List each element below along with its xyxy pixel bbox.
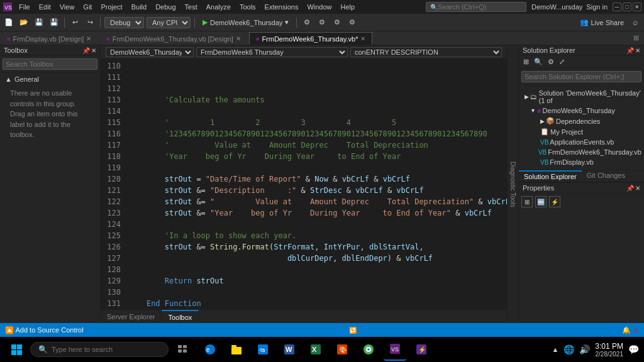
taskbar-up-arrow[interactable]: ▲ [552,346,558,353]
taskbar-word-icon[interactable]: W [278,338,301,361]
svg-rect-4 [11,350,16,355]
live-share-button[interactable]: 👥 Live Share [580,18,624,26]
menu-build[interactable]: Build [128,2,150,12]
sol-item-frmdemo[interactable]: VB FrmDemoWeek6_Thursday.vb [519,147,644,157]
title-search-box[interactable]: 🔍 [426,2,526,12]
menu-project[interactable]: Project [97,2,126,12]
sign-in-button[interactable]: Sign in [586,3,608,11]
toolbar-btn-1[interactable]: ⚙ [301,16,313,29]
title-search-input[interactable] [438,3,513,11]
props-alpha-icon[interactable]: 🔤 [535,196,547,207]
debug-dropdown[interactable]: Debug [104,17,144,28]
tab-frmdemo-design[interactable]: ■ FrmDemoWeek6_Thursday.vb [Design] ✕ [99,32,248,45]
tab-server-explorer[interactable]: Server Explorer [101,310,162,323]
taskbar-app-icons: e 🛍 W X 🎨 VS ⚡ [199,338,433,361]
sol-item-appevents[interactable]: VB ApplicationEvents.vb [519,137,644,147]
sol-item-dependencies[interactable]: ▶ 📦 Dependencies [519,116,644,126]
source-control-button[interactable]: 🔼 Add to Source Control [5,326,84,334]
start-button[interactable] [5,338,28,361]
taskbar-notification-icon[interactable]: 💬 [628,344,639,354]
tab-git-changes[interactable]: Git Changes [582,170,630,182]
menu-extensions[interactable]: Extensions [261,2,303,12]
toolbox-close-icon[interactable]: ✕ [91,47,96,54]
menu-file[interactable]: File [15,2,34,12]
task-view-button[interactable] [171,338,194,361]
taskbar-file-explorer-icon[interactable] [225,338,248,361]
menu-help[interactable]: Help [337,2,359,12]
method-dropdown[interactable]: FrmDemoWeek6 Thursday [196,47,348,57]
solution-expand-icon: ▶ [525,94,529,100]
taskbar-search-input[interactable] [52,346,152,353]
cpu-dropdown[interactable]: Any CPU [147,17,191,28]
sol-close-icon[interactable]: ✕ [635,47,640,54]
props-categorized-icon[interactable]: ⊞ [521,196,533,207]
svg-rect-8 [178,349,182,353]
diagnostic-sidebar[interactable]: Diagnostic Tools [507,45,518,323]
taskbar-purple-icon[interactable]: ⚡ [410,338,433,361]
save-icon[interactable]: 💾 [33,16,45,29]
menu-debug[interactable]: Debug [152,2,179,12]
menu-test[interactable]: Test [181,2,201,12]
taskbar-excel-icon[interactable]: X [304,338,327,361]
project-root[interactable]: ▼ ■ DemoWeek6_Thursday [519,106,644,116]
toolbox-search-input[interactable] [3,58,97,70]
taskbar-chrome-icon[interactable] [357,338,380,361]
taskbar-time[interactable]: 3:01 PM 2/28/2021 [595,342,623,358]
close-button[interactable]: ✕ [633,3,641,11]
sol-pin-icon[interactable]: 📌 [626,47,634,54]
class-dropdown[interactable]: DemoWeek6_Thursday [106,47,194,57]
menu-git[interactable]: Git [79,2,96,12]
minimize-button[interactable]: ─ [613,3,621,11]
toolbox-group-header[interactable]: ▲ General [5,75,95,83]
taskbar-network-icon[interactable]: 🌐 [564,344,574,354]
solution-root[interactable]: ▶ 🗂 Solution 'DemoWeek6_Thursday' (1 of [519,88,644,106]
sol-tb-3[interactable]: ⚙ [546,57,556,67]
run-button[interactable]: ▶ DemoWeek6_Thursday ▾ [199,17,292,28]
props-close-icon[interactable]: ✕ [635,185,640,192]
menu-window[interactable]: Window [303,2,335,12]
notification-icon[interactable]: 🔔 ⚠ [622,326,639,334]
tab-close-3[interactable]: ✕ [360,35,365,42]
props-events-icon[interactable]: ⚡ [549,196,560,207]
taskbar-vs-icon[interactable]: VS [384,338,406,361]
editor-content[interactable]: 110111112113114 115116117118119 12012112… [101,59,507,309]
tab-frmdisplay-design[interactable]: ■ FrmDisplay.vb [Design] ✕ [0,32,98,45]
undo-icon[interactable]: ↩ [69,16,81,29]
menu-view[interactable]: View [56,2,79,12]
redo-icon[interactable]: ↪ [84,16,96,29]
taskbar-store-icon[interactable]: 🛍 [252,338,274,361]
menu-edit[interactable]: Edit [35,2,55,12]
code-editor[interactable]: 'Calculate the amounts ' 1 2 3 4 5 '1234… [123,59,507,309]
maximize-button[interactable]: □ [623,3,631,11]
tab-toolbox[interactable]: Toolbox [162,310,199,323]
new-project-icon[interactable]: 📄 [3,16,15,29]
toolbar-btn-3[interactable]: ⚙ [331,16,343,29]
menu-tools[interactable]: Tools [236,2,260,12]
editor-nav: DemoWeek6_Thursday FrmDemoWeek6 Thursday… [101,45,507,59]
function-dropdown[interactable]: conENTRY DESCRIPTION [350,47,502,57]
open-icon[interactable]: 📂 [18,16,30,29]
taskbar-search-box[interactable]: 🔍 [30,342,169,357]
sol-tb-2[interactable]: 🔍 [532,57,545,67]
feedback-icon[interactable]: ☺ [629,16,641,29]
tab-close-1[interactable]: ✕ [86,35,91,42]
menu-analyze[interactable]: Analyze [203,2,235,12]
toolbar-btn-2[interactable]: ⚙ [316,16,328,29]
sol-item-frmdisplay[interactable]: VB FrmDisplay.vb [519,157,644,167]
sol-item-myproject[interactable]: 📋 My Project [519,126,644,137]
solution-search-input[interactable] [521,71,641,82]
toolbar-btn-4[interactable]: ⚙ [346,16,358,29]
props-pin-icon[interactable]: 📌 [626,185,634,192]
properties-panel: Properties 📌 ✕ ⊞ 🔤 ⚡ [519,182,644,258]
tab-close-2[interactable]: ✕ [236,35,241,42]
sol-tb-1[interactable]: ⊞ [521,57,531,67]
tab-frmdemo-code[interactable]: ■ FrmDemoWeek6_Thursday.vb* ✕ [249,32,372,45]
sol-tb-4[interactable]: ⤢ [557,57,567,67]
taskbar-app5-icon[interactable]: 🎨 [331,338,353,361]
save-all-icon[interactable]: 💾 [48,16,60,29]
taskbar-volume-icon[interactable]: 🔊 [579,344,590,354]
taskbar-edge-icon[interactable]: e [199,338,221,361]
tab-sol-explorer[interactable]: Solution Explorer [519,170,582,182]
toolbox-pin-icon[interactable]: 📌 [82,47,90,54]
new-tab-button[interactable]: ⊞ [628,33,644,43]
